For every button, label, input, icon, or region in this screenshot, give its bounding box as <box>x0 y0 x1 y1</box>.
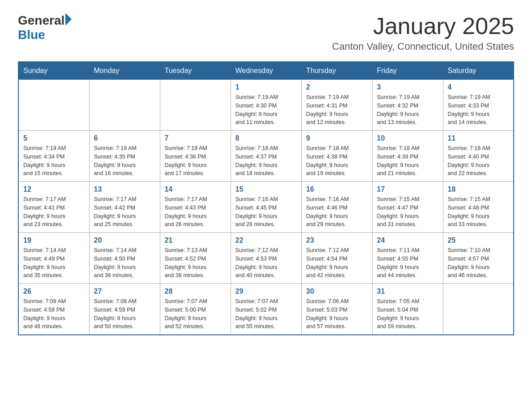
day-info: Sunrise: 7:18 AM Sunset: 4:39 PM Dayligh… <box>377 144 438 178</box>
day-info: Sunrise: 7:07 AM Sunset: 5:00 PM Dayligh… <box>165 297 226 331</box>
day-info: Sunrise: 7:11 AM Sunset: 4:55 PM Dayligh… <box>377 246 438 280</box>
day-info: Sunrise: 7:14 AM Sunset: 4:50 PM Dayligh… <box>94 246 155 280</box>
weekday-header-thursday: Thursday <box>301 62 372 80</box>
day-number: 28 <box>165 287 226 295</box>
day-number: 23 <box>306 236 368 244</box>
day-number: 16 <box>306 185 368 193</box>
logo-triangle-icon <box>65 13 72 26</box>
calendar-cell: 6Sunrise: 7:19 AM Sunset: 4:35 PM Daylig… <box>89 131 160 182</box>
calendar-cell: 28Sunrise: 7:07 AM Sunset: 5:00 PM Dayli… <box>160 284 231 335</box>
day-info: Sunrise: 7:16 AM Sunset: 4:46 PM Dayligh… <box>306 195 368 229</box>
calendar-cell: 17Sunrise: 7:15 AM Sunset: 4:47 PM Dayli… <box>372 182 443 233</box>
day-number: 31 <box>377 287 438 295</box>
day-info: Sunrise: 7:06 AM Sunset: 5:03 PM Dayligh… <box>306 297 368 331</box>
day-number: 26 <box>23 287 85 295</box>
day-info: Sunrise: 7:19 AM Sunset: 4:30 PM Dayligh… <box>236 93 297 127</box>
day-info: Sunrise: 7:19 AM Sunset: 4:33 PM Dayligh… <box>448 93 509 127</box>
day-number: 4 <box>448 83 509 91</box>
day-info: Sunrise: 7:19 AM Sunset: 4:35 PM Dayligh… <box>94 144 155 178</box>
day-info: Sunrise: 7:08 AM Sunset: 4:59 PM Dayligh… <box>94 297 155 331</box>
logo: General Blue <box>18 13 72 42</box>
day-info: Sunrise: 7:18 AM Sunset: 4:40 PM Dayligh… <box>448 144 509 178</box>
day-info: Sunrise: 7:16 AM Sunset: 4:45 PM Dayligh… <box>236 195 297 229</box>
day-number: 21 <box>165 236 226 244</box>
day-number: 11 <box>448 134 509 142</box>
day-number: 19 <box>23 236 85 244</box>
day-info: Sunrise: 7:14 AM Sunset: 4:49 PM Dayligh… <box>23 246 85 280</box>
day-info: Sunrise: 7:18 AM Sunset: 4:37 PM Dayligh… <box>236 144 297 178</box>
calendar-subtitle: Canton Valley, Connecticut, United State… <box>332 41 514 52</box>
day-number: 22 <box>236 236 297 244</box>
day-info: Sunrise: 7:07 AM Sunset: 5:02 PM Dayligh… <box>236 297 297 331</box>
logo-blue-text: Blue <box>18 28 72 42</box>
calendar-cell: 13Sunrise: 7:17 AM Sunset: 4:42 PM Dayli… <box>89 182 160 233</box>
day-number: 1 <box>236 83 297 91</box>
calendar-cell: 19Sunrise: 7:14 AM Sunset: 4:49 PM Dayli… <box>18 233 89 284</box>
day-info: Sunrise: 7:19 AM Sunset: 4:36 PM Dayligh… <box>165 144 226 178</box>
day-info: Sunrise: 7:09 AM Sunset: 4:58 PM Dayligh… <box>23 297 85 331</box>
day-info: Sunrise: 7:19 AM Sunset: 4:31 PM Dayligh… <box>306 93 368 127</box>
weekday-header-wednesday: Wednesday <box>231 62 301 80</box>
day-info: Sunrise: 7:05 AM Sunset: 5:04 PM Dayligh… <box>377 297 438 331</box>
day-number: 29 <box>236 287 297 295</box>
calendar-cell: 29Sunrise: 7:07 AM Sunset: 5:02 PM Dayli… <box>231 284 301 335</box>
calendar-cell: 11Sunrise: 7:18 AM Sunset: 4:40 PM Dayli… <box>443 131 514 182</box>
calendar-title: January 2025 <box>332 13 514 39</box>
day-info: Sunrise: 7:17 AM Sunset: 4:41 PM Dayligh… <box>23 195 85 229</box>
day-info: Sunrise: 7:19 AM Sunset: 4:34 PM Dayligh… <box>23 144 85 178</box>
day-number: 15 <box>236 185 297 193</box>
day-number: 3 <box>377 83 438 91</box>
day-number: 7 <box>165 134 226 142</box>
day-info: Sunrise: 7:15 AM Sunset: 4:47 PM Dayligh… <box>377 195 438 229</box>
day-info: Sunrise: 7:12 AM Sunset: 4:53 PM Dayligh… <box>236 246 297 280</box>
calendar-cell: 4Sunrise: 7:19 AM Sunset: 4:33 PM Daylig… <box>443 80 514 131</box>
weekday-header-sunday: Sunday <box>18 62 89 80</box>
calendar-cell: 16Sunrise: 7:16 AM Sunset: 4:46 PM Dayli… <box>301 182 372 233</box>
calendar-table: SundayMondayTuesdayWednesdayThursdayFrid… <box>18 61 514 335</box>
day-info: Sunrise: 7:15 AM Sunset: 4:48 PM Dayligh… <box>448 195 509 229</box>
calendar-week-row: 19Sunrise: 7:14 AM Sunset: 4:49 PM Dayli… <box>18 233 514 284</box>
calendar-cell: 26Sunrise: 7:09 AM Sunset: 4:58 PM Dayli… <box>18 284 89 335</box>
calendar-week-row: 1Sunrise: 7:19 AM Sunset: 4:30 PM Daylig… <box>18 80 514 131</box>
calendar-cell: 9Sunrise: 7:18 AM Sunset: 4:38 PM Daylig… <box>301 131 372 182</box>
calendar-cell: 22Sunrise: 7:12 AM Sunset: 4:53 PM Dayli… <box>231 233 301 284</box>
day-number: 8 <box>236 134 297 142</box>
calendar-cell: 8Sunrise: 7:18 AM Sunset: 4:37 PM Daylig… <box>231 131 301 182</box>
day-info: Sunrise: 7:17 AM Sunset: 4:43 PM Dayligh… <box>165 195 226 229</box>
calendar-cell <box>160 80 231 131</box>
day-number: 18 <box>448 185 509 193</box>
weekday-header-saturday: Saturday <box>443 62 514 80</box>
calendar-cell: 2Sunrise: 7:19 AM Sunset: 4:31 PM Daylig… <box>301 80 372 131</box>
calendar-cell: 5Sunrise: 7:19 AM Sunset: 4:34 PM Daylig… <box>18 131 89 182</box>
weekday-header-monday: Monday <box>89 62 160 80</box>
weekday-header-friday: Friday <box>372 62 443 80</box>
day-info: Sunrise: 7:13 AM Sunset: 4:52 PM Dayligh… <box>165 246 226 280</box>
day-number: 20 <box>94 236 155 244</box>
calendar-cell: 7Sunrise: 7:19 AM Sunset: 4:36 PM Daylig… <box>160 131 231 182</box>
day-number: 13 <box>94 185 155 193</box>
day-number: 10 <box>377 134 438 142</box>
calendar-week-row: 26Sunrise: 7:09 AM Sunset: 4:58 PM Dayli… <box>18 284 514 335</box>
weekday-header-tuesday: Tuesday <box>160 62 231 80</box>
day-number: 30 <box>306 287 368 295</box>
calendar-cell: 12Sunrise: 7:17 AM Sunset: 4:41 PM Dayli… <box>18 182 89 233</box>
calendar-cell: 1Sunrise: 7:19 AM Sunset: 4:30 PM Daylig… <box>231 80 301 131</box>
day-info: Sunrise: 7:18 AM Sunset: 4:38 PM Dayligh… <box>306 144 368 178</box>
calendar-cell: 31Sunrise: 7:05 AM Sunset: 5:04 PM Dayli… <box>372 284 443 335</box>
calendar-cell <box>18 80 89 131</box>
calendar-cell: 23Sunrise: 7:12 AM Sunset: 4:54 PM Dayli… <box>301 233 372 284</box>
logo-general-text: General <box>18 13 64 28</box>
day-info: Sunrise: 7:12 AM Sunset: 4:54 PM Dayligh… <box>306 246 368 280</box>
day-number: 14 <box>165 185 226 193</box>
calendar-cell <box>89 80 160 131</box>
day-number: 5 <box>23 134 85 142</box>
calendar-cell: 14Sunrise: 7:17 AM Sunset: 4:43 PM Dayli… <box>160 182 231 233</box>
day-number: 12 <box>23 185 85 193</box>
calendar-cell: 25Sunrise: 7:10 AM Sunset: 4:57 PM Dayli… <box>443 233 514 284</box>
day-number: 25 <box>448 236 509 244</box>
calendar-cell: 24Sunrise: 7:11 AM Sunset: 4:55 PM Dayli… <box>372 233 443 284</box>
calendar-cell: 30Sunrise: 7:06 AM Sunset: 5:03 PM Dayli… <box>301 284 372 335</box>
calendar-cell: 15Sunrise: 7:16 AM Sunset: 4:45 PM Dayli… <box>231 182 301 233</box>
calendar-week-row: 12Sunrise: 7:17 AM Sunset: 4:41 PM Dayli… <box>18 182 514 233</box>
calendar-cell: 20Sunrise: 7:14 AM Sunset: 4:50 PM Dayli… <box>89 233 160 284</box>
